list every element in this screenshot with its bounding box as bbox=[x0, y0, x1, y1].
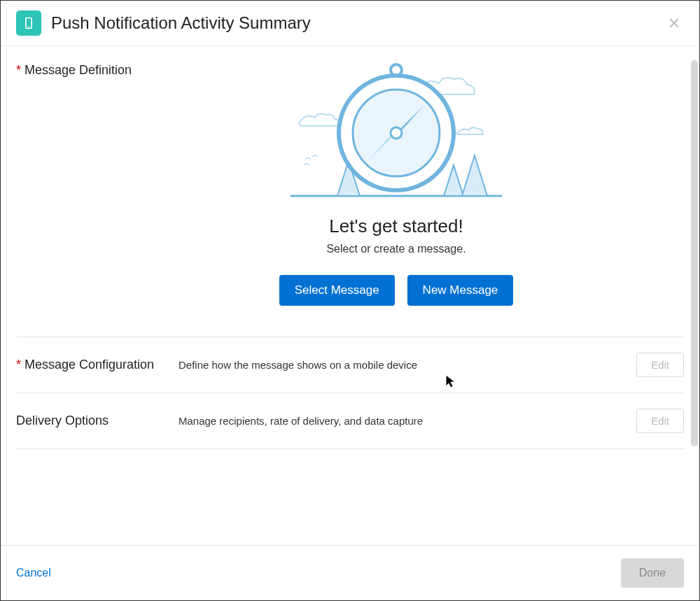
cancel-button[interactable]: Cancel bbox=[16, 567, 51, 579]
delivery-options-desc: Manage recipients, rate of delivery, and… bbox=[178, 415, 636, 427]
delivery-options-section: Delivery Options Manage recipients, rate… bbox=[16, 393, 684, 449]
scrollbar[interactable] bbox=[691, 60, 698, 446]
modal-body: Message Definition bbox=[1, 46, 699, 545]
close-button[interactable] bbox=[664, 13, 684, 33]
modal-header: Push Notification Activity Summary bbox=[1, 1, 699, 46]
get-started-subtitle: Select or create a message. bbox=[326, 243, 465, 255]
get-started-panel: Let's get started! Select or create a me… bbox=[108, 56, 684, 317]
phone-icon bbox=[16, 10, 41, 36]
message-definition-section: Message Definition bbox=[16, 46, 684, 337]
message-configuration-desc: Define how the message shows on a mobile… bbox=[178, 359, 636, 371]
push-notification-modal: Push Notification Activity Summary Messa… bbox=[0, 0, 700, 601]
new-message-button[interactable]: New Message bbox=[407, 275, 514, 306]
svg-point-8 bbox=[391, 127, 402, 139]
modal-footer: Cancel Done bbox=[1, 545, 699, 600]
get-started-title: Let's get started! bbox=[329, 215, 463, 237]
done-button[interactable]: Done bbox=[621, 558, 684, 588]
message-action-buttons: Select Message New Message bbox=[279, 275, 514, 306]
modal-title: Push Notification Activity Summary bbox=[51, 13, 311, 33]
edit-delivery-button[interactable]: Edit bbox=[636, 409, 684, 433]
select-message-button[interactable]: Select Message bbox=[279, 275, 395, 306]
delivery-options-label: Delivery Options bbox=[16, 413, 178, 428]
message-configuration-label: Message Configuration bbox=[16, 358, 178, 372]
compass-illustration bbox=[284, 56, 508, 203]
message-configuration-section: Message Configuration Define how the mes… bbox=[16, 337, 684, 393]
edit-configuration-button[interactable]: Edit bbox=[636, 353, 684, 377]
close-icon bbox=[668, 17, 680, 29]
